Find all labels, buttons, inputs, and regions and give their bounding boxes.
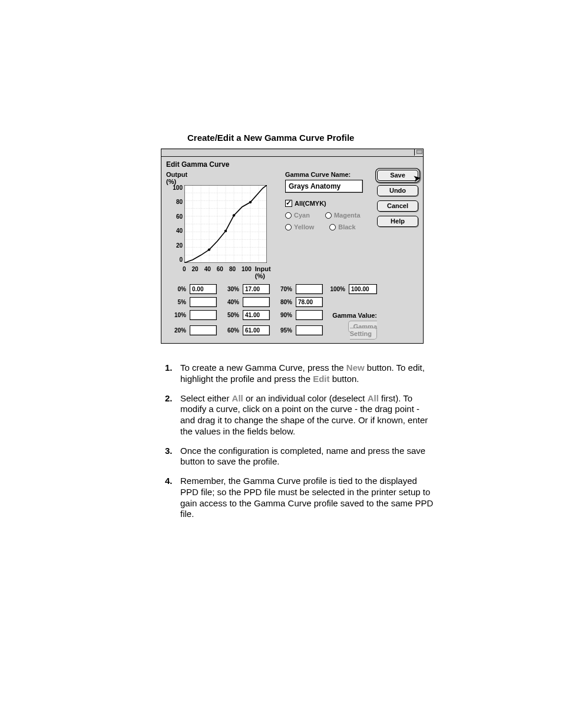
input-20pct[interactable] [190,325,217,335]
yellow-label: Yellow [294,223,314,230]
label-70pct: 70% [272,286,293,292]
black-radio[interactable] [329,224,336,230]
label-60pct: 60% [219,327,240,334]
input-30pct[interactable]: 17.00 [243,284,270,294]
window-titlebar [161,149,423,157]
label-100pct: 100% [325,286,346,292]
input-50pct[interactable]: 41.00 [243,310,270,320]
instruction-step-2: Select either All or an individual color… [165,393,436,437]
save-button[interactable]: Save ➤ [377,170,418,181]
dialog-window: Edit Gamma Curve Output (%) 100 80 60 40 [161,149,424,344]
all-cmyk-checkbox[interactable] [285,200,292,207]
x-axis-ticks: 0 20 40 60 80 100 [183,266,252,272]
input-40pct[interactable] [243,297,270,307]
window-title: Edit Gamma Curve [166,160,418,169]
magenta-label: Magenta [334,212,361,219]
black-label: Black [338,223,355,230]
svg-point-21 [208,248,210,251]
gamma-setting-button[interactable]: Gamma Setting [348,321,377,340]
input-axis-label: Input (%) [255,265,278,279]
gamma-curve-name-label: Gamma Curve Name: [285,171,370,178]
instruction-step-4: Remember, the Gamma Curve profile is tie… [165,476,436,520]
label-90pct: 90% [272,312,293,318]
label-40pct: 40% [219,299,240,305]
svg-point-23 [233,214,235,216]
svg-point-24 [249,201,252,203]
section-title: Create/Edit a New Gamma Curve Profile [187,133,562,143]
window-zoom-box[interactable] [414,149,423,156]
gamma-chart-area: Output (%) 100 80 60 40 20 0 [166,171,278,279]
instruction-step-1: To create a new Gamma Curve, press the N… [165,363,436,385]
mouse-cursor-icon: ➤ [413,173,422,183]
input-5pct[interactable] [190,297,217,307]
instruction-list: To create a new Gamma Curve, press the N… [165,363,436,520]
label-95pct: 95% [272,327,293,334]
gamma-value-label: Gamma Value: [325,312,377,319]
y-axis-ticks: 100 80 60 40 20 0 [166,185,184,263]
label-50pct: 50% [219,312,240,318]
output-axis-label: Output (%) [166,171,278,185]
instruction-step-3: Once the configuration is completed, nam… [165,446,436,468]
cancel-button[interactable]: Cancel [377,200,418,212]
all-cmyk-label: All(CMYK) [295,200,326,207]
yellow-radio[interactable] [285,224,292,230]
gamma-curve-name-field[interactable]: Grays Anatomy [285,180,363,193]
input-100pct[interactable]: 100.00 [349,284,377,294]
gamma-curve-plot[interactable] [184,185,267,263]
input-10pct[interactable] [190,310,217,320]
magenta-radio[interactable] [325,212,332,219]
help-button[interactable]: Help [377,216,418,227]
label-5pct: 5% [166,299,187,305]
input-0pct[interactable]: 0.00 [190,284,217,294]
input-60pct[interactable]: 61.00 [243,325,270,335]
label-30pct: 30% [219,286,240,292]
label-0pct: 0% [166,286,187,292]
cyan-radio[interactable] [285,212,292,219]
input-90pct[interactable] [296,310,323,320]
value-input-grid: 0% 0.00 30% 17.00 70% 100% 100.00 5% 40%… [166,284,418,337]
input-95pct[interactable] [296,325,323,335]
label-10pct: 10% [166,312,187,318]
label-80pct: 80% [272,299,293,305]
svg-point-22 [224,230,227,232]
label-20pct: 20% [166,327,187,334]
input-70pct[interactable] [296,284,323,294]
undo-button[interactable]: Undo [377,185,418,196]
input-80pct[interactable]: 78.00 [296,297,323,307]
cyan-label: Cyan [294,212,310,219]
